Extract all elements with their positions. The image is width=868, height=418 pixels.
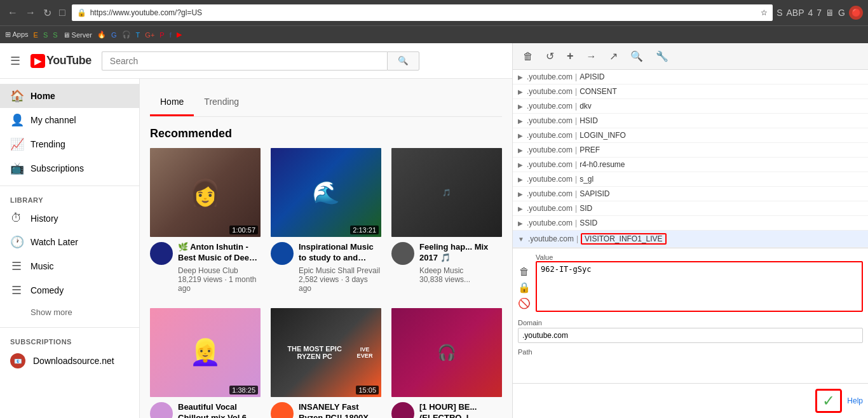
browser-chrome: ← → ↻ □ 🔒 https://www.youtube.com/?gl=US… xyxy=(0,0,868,25)
video-card-6[interactable]: 🎧 [1 HOUR] BE... (ELECTRO, I... ShineMus… xyxy=(391,308,502,418)
sidebar-item-my-channel[interactable]: 👤 My channel xyxy=(0,108,139,132)
sidebar-item-subscriptions[interactable]: 📺 Subscriptions xyxy=(0,156,139,180)
help-link[interactable]: Help xyxy=(847,396,863,405)
cookie-refresh-button[interactable]: ↺ xyxy=(541,46,559,66)
bookmark-server[interactable]: 🖥 Server xyxy=(63,31,92,39)
video-info-5: INSANELY Fast Ryzen PC!! 1800X + GTX 108… xyxy=(271,402,381,418)
search-button[interactable]: 🔍 xyxy=(387,51,419,71)
cookie-export-button[interactable]: ↗ xyxy=(604,46,623,66)
cookie-row-sgl[interactable]: ▶ .youtube.com | s_gl xyxy=(513,172,868,187)
cookie-import-button[interactable]: → xyxy=(581,47,602,66)
cookie-domain-value[interactable]: .youtube.com xyxy=(518,328,863,343)
ext4-button[interactable]: 🖥 xyxy=(825,8,834,18)
cookie-lock-button[interactable]: 🔒 xyxy=(518,281,531,293)
cookie-row-pref[interactable]: ▶ .youtube.com | PREF xyxy=(513,143,868,158)
bookmark-s2[interactable]: S xyxy=(53,31,57,39)
cookie-row-dkv[interactable]: ▶ .youtube.com | dkv xyxy=(513,99,868,114)
cookie-row-visitor-info[interactable]: ▼ .youtube.com | VISITOR_INFO1_LIVE xyxy=(513,231,868,248)
cookie-row-sid[interactable]: ▶ .youtube.com | SID xyxy=(513,201,868,216)
tab-home[interactable]: Home xyxy=(150,89,194,116)
sidebar-item-watch-later[interactable]: 🕐 Watch Later xyxy=(0,230,139,254)
forward-button[interactable]: → xyxy=(23,4,38,21)
cookie-value-textarea[interactable]: 962-IT-gSyc xyxy=(536,261,863,312)
cookie-name-hsid: HSID xyxy=(580,116,598,125)
cookie-name-dkv: dkv xyxy=(580,102,592,111)
sidebar-item-music[interactable]: ☰ Music xyxy=(0,254,139,278)
bookmark-headphones[interactable]: 🎧 xyxy=(122,30,131,39)
ext2-button[interactable]: 4 xyxy=(808,8,813,18)
sidebar-item-history[interactable]: ⏱ History xyxy=(0,206,139,230)
cookie-row-sapisid[interactable]: ▶ .youtube.com | SAPISID xyxy=(513,187,868,201)
cookie-confirm-button[interactable]: ✓ xyxy=(815,389,842,413)
cookie-settings-button[interactable]: 🔧 xyxy=(651,46,674,66)
bookmark-e[interactable]: E xyxy=(34,31,38,39)
bookmark-fire[interactable]: 🔥 xyxy=(97,30,106,39)
cookie-row-r4h0[interactable]: ▶ .youtube.com | r4-h0.resume xyxy=(513,158,868,172)
search-input[interactable] xyxy=(102,51,387,71)
ext5-button[interactable]: G xyxy=(838,8,845,18)
address-bar[interactable]: 🔒 https://www.youtube.com/?gl=US ☆ xyxy=(72,4,773,21)
browser-action-icons: S ABP 4 7 🖥 G 🔴 xyxy=(776,6,863,20)
cookie-domain-hsid: .youtube.com xyxy=(527,116,573,125)
home-icon: 🏠 xyxy=(10,89,23,103)
search-bar: 🔍 xyxy=(102,51,419,71)
video-card-4[interactable]: 👱‍♀️ 1:38:25 Beautiful Vocal Chillout mi… xyxy=(150,308,261,418)
bookmark-s1[interactable]: S xyxy=(43,31,48,39)
cookie-row-consent[interactable]: ▶ .youtube.com | CONSENT xyxy=(513,84,868,99)
bookmark-t[interactable]: T xyxy=(136,31,140,39)
channel-avatar-2 xyxy=(271,242,294,265)
cookie-row-hsid[interactable]: ▶ .youtube.com | HSID xyxy=(513,114,868,128)
profile-button[interactable]: 🔴 xyxy=(849,6,863,20)
sidebar-item-downloadsource[interactable]: 📧 Downloadsource.net xyxy=(0,348,139,374)
cookie-search-button[interactable]: 🔍 xyxy=(625,46,648,66)
comedy-icon: ☰ xyxy=(10,283,23,297)
tab-trending[interactable]: Trending xyxy=(194,89,249,116)
bookmark-apps[interactable]: ⊞ Apps xyxy=(5,30,29,39)
video-card-5[interactable]: THE MOST EPIC RYZEN PCIVE EVER 15:05 INS… xyxy=(271,308,381,418)
bookmark-f[interactable]: f xyxy=(170,31,172,39)
cookie-add-button[interactable]: + xyxy=(562,46,579,67)
cookie-sep-dkv: | xyxy=(575,102,577,111)
cookie-row-login-info[interactable]: ▶ .youtube.com | LOGIN_INFO xyxy=(513,128,868,143)
reload-button[interactable]: ↻ xyxy=(41,4,54,22)
video-card-2[interactable]: 🌊 2:13:21 Inspirational Music to study t… xyxy=(271,148,381,293)
address-text: https://www.youtube.com/?gl=US xyxy=(90,8,757,17)
extensions-button[interactable]: S xyxy=(776,8,782,18)
sidebar-item-home[interactable]: 🏠 Home xyxy=(0,84,139,108)
video-card-3[interactable]: 🎵 Feeling hap... Mix 2017 🎵 Kdeep Music … xyxy=(391,148,502,293)
bookmark-gplus[interactable]: G+ xyxy=(145,31,154,39)
cookie-sep-sgl: | xyxy=(575,175,577,184)
video-card-1[interactable]: 👩 1:00:57 🌿 Anton Ishutin - Best Music o… xyxy=(150,148,261,293)
youtube-logo[interactable]: ▶ YouTube xyxy=(31,54,92,68)
video-title-5: INSANELY Fast Ryzen PC!! 1800X + GTX 108… xyxy=(299,402,381,418)
cookie-expand-hsid: ▶ xyxy=(518,118,523,125)
adblock-button[interactable]: ABP xyxy=(787,8,804,18)
cookie-row-ssid[interactable]: ▶ .youtube.com | SSID xyxy=(513,216,868,231)
cookie-domain-login-info: .youtube.com xyxy=(527,131,573,140)
sidebar-item-show-more[interactable]: Show more xyxy=(0,302,139,322)
youtube-content: 🏠 Home 👤 My channel 📈 Trending 📺 Subscri… xyxy=(0,79,512,418)
cookie-value-delete-button[interactable]: 🗑 xyxy=(519,266,529,278)
bookmark-yt[interactable]: ▶ xyxy=(177,30,182,39)
video-duration-4: 1:38:25 xyxy=(229,386,258,394)
bookmark-p[interactable]: P xyxy=(159,31,164,39)
cookie-row-apisid[interactable]: ▶ .youtube.com | APISID xyxy=(513,70,868,84)
sidebar-divider-1 xyxy=(0,185,139,186)
video-title-2: Inspirational Music to study to and chan… xyxy=(299,242,381,264)
sidebar-divider-2 xyxy=(0,327,139,328)
star-icon[interactable]: ☆ xyxy=(761,8,768,17)
hamburger-button[interactable]: ☰ xyxy=(10,54,20,68)
library-section-title: LIBRARY xyxy=(0,191,139,206)
thumb-image-6: 🎧 xyxy=(391,308,502,397)
home-button[interactable]: □ xyxy=(57,4,68,21)
cookie-noscript-button[interactable]: 🚫 xyxy=(518,297,531,309)
sidebar: 🏠 Home 👤 My channel 📈 Trending 📺 Subscri… xyxy=(0,79,140,418)
bookmark-g[interactable]: G xyxy=(111,31,117,39)
ext3-button[interactable]: 7 xyxy=(817,8,822,18)
sidebar-item-comedy[interactable]: ☰ Comedy xyxy=(0,278,139,302)
sidebar-item-trending[interactable]: 📈 Trending xyxy=(0,132,139,156)
cookie-name-login-info: LOGIN_INFO xyxy=(580,131,626,140)
cookie-delete-all-button[interactable]: 🗑 xyxy=(518,47,538,66)
video-title-3: Feeling hap... Mix 2017 🎵 xyxy=(419,242,502,264)
back-button[interactable]: ← xyxy=(5,4,20,21)
